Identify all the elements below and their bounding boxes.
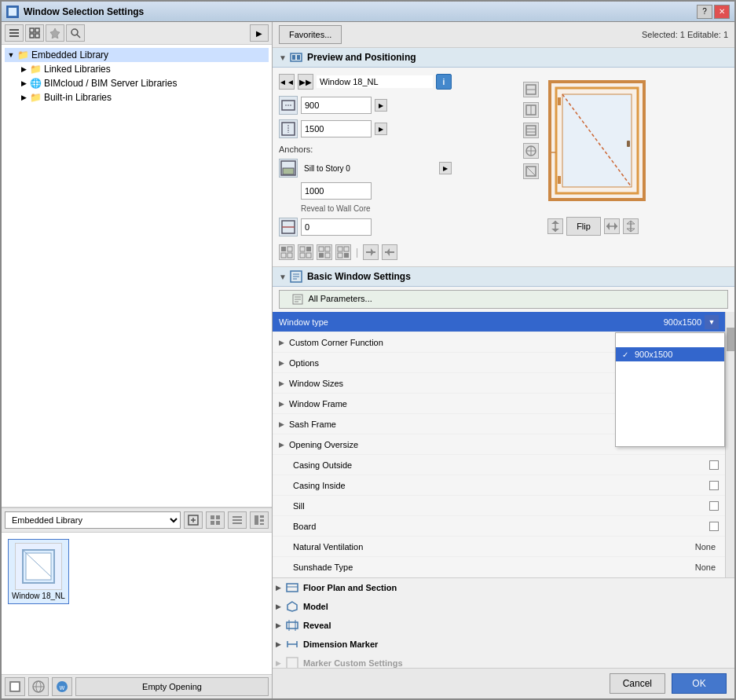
board-row[interactable]: Board [273,516,725,537]
dropdown-item-900x1800[interactable]: 900x1800 [616,361,724,376]
preview-item-label: Window 18_NL [12,592,65,600]
flip-vertical-icon[interactable] [547,218,563,234]
tree-item-builtin[interactable]: ▶ 📁 Built-in Libraries [17,90,269,104]
web-icon-button[interactable]: w [52,677,72,696]
preview-section-title: Preview and Positioning [307,52,416,63]
height-param-row: ▶ [279,119,452,138]
dropdown-item-900x1200[interactable]: 900x1200 [616,333,724,347]
height-input[interactable] [301,120,372,137]
sunshade-type-row[interactable]: Sunshade Type None [273,557,725,577]
small-view-button[interactable] [25,24,44,42]
list-view-button[interactable] [5,24,24,42]
close-button[interactable]: ✕ [714,5,730,19]
sill-label: Sill to Story 0 [301,164,436,173]
mirror-v-button[interactable] [623,218,639,234]
model-section-header[interactable]: ▶ Model [273,597,734,616]
sill-row[interactable]: Sill [273,496,725,516]
params-scrollbar[interactable] [725,312,734,577]
anchor-tl-button[interactable] [279,244,295,260]
dropdown-item-1200x1500[interactable]: 1200x1500 [616,390,724,404]
svg-rect-59 [338,247,342,251]
folder-icon: 📁 [30,92,42,103]
title-bar: Window Selection Settings ? ✕ [2,2,734,22]
mirror-h-button[interactable] [604,218,620,234]
library-config-button[interactable] [184,511,203,529]
svg-rect-38 [297,55,300,60]
casing-inside-checkbox[interactable] [709,481,719,490]
settings-icon-button[interactable] [5,677,25,696]
align-left-button[interactable] [363,244,379,260]
info-button[interactable]: i [436,74,452,90]
preview-section-header[interactable]: ▼ Preview and Positioning [273,48,734,68]
tree-item-linked-libraries[interactable]: ▶ 📁 Linked Libraries [17,62,269,76]
sill-input[interactable] [301,182,372,200]
svg-rect-56 [325,247,330,251]
reveal-param-row [279,218,452,236]
library-list-button[interactable] [228,511,247,529]
reveal-icon [279,218,298,236]
cancel-button[interactable]: Cancel [610,673,665,694]
marker-custom-section-header[interactable]: ▶ Marker Custom Settings [273,654,734,668]
anchors-label: Anchors: [279,145,452,154]
empty-opening-button[interactable]: Empty Opening [75,677,269,696]
library-dropdown[interactable]: Embedded Library Linked Libraries Built-… [5,511,181,529]
dimension-section-header[interactable]: ▶ Dimension Marker [273,635,734,654]
preview-content: ◄◄ ▶▶ Window 18_NL i [273,68,734,267]
floor-plan-section-header[interactable]: ▶ Floor Plan and Section [273,578,734,597]
side-icon-1[interactable] [523,82,539,97]
window-type-dropdown-button[interactable]: ▼ [705,315,719,329]
nav-prev-button[interactable]: ◄◄ [279,74,295,90]
title-bar-text: Window Selection Settings [24,6,697,17]
reveal-section-header[interactable]: ▶ Reveal [273,616,734,635]
nav-next-button[interactable]: ▶▶ [298,74,313,90]
side-icon-4[interactable] [523,143,539,159]
casing-outside-row[interactable]: Casing Outside [273,455,725,475]
flip-button[interactable]: Flip [566,217,601,236]
side-icon-3[interactable] [523,123,539,138]
dropdown-item-1500x1800[interactable]: 1500x1800 [616,432,724,446]
height-arrow-button[interactable]: ▶ [375,123,387,135]
width-arrow-button[interactable]: ▶ [375,99,387,112]
casing-inside-row[interactable]: Casing Inside [273,475,725,496]
svg-rect-20 [233,519,242,521]
natural-ventilation-row[interactable]: Natural Ventilation None [273,537,725,557]
width-input[interactable] [301,97,372,114]
svg-rect-104 [287,584,298,592]
expand-button[interactable]: ▶ [250,24,269,42]
side-icon-2[interactable] [523,102,539,118]
svg-rect-52 [306,247,311,251]
reveal-input[interactable] [301,218,372,236]
globe-icon-button[interactable] [28,677,49,696]
dropdown-item-1200x1200[interactable]: 1200x1200 [616,376,724,390]
library-detail-button[interactable] [250,511,269,529]
dropdown-item-900x1500[interactable]: ✓ 900x1500 [616,347,724,361]
sill-checkbox[interactable] [709,501,719,511]
dropdown-item-1200x1800[interactable]: 1200x1800 [616,404,724,418]
expand-arrow: ▶ [279,420,284,428]
tree-item-embedded-library[interactable]: ▼ 📁 Embedded Library [5,48,269,62]
reveal-label: Reveal to Wall Core [279,204,452,213]
svg-rect-107 [287,622,298,629]
section-collapse-arrow: ▼ [279,53,287,62]
sill-arrow-button[interactable]: ▶ [439,162,452,174]
side-icon-5[interactable] [523,163,539,179]
align-right-button[interactable] [382,244,397,260]
tree-item-bimcloud[interactable]: ▶ 🌐 BIMcloud / BIM Server Libraries [17,76,269,90]
preview-item-window18[interactable]: Window 18_NL [8,539,69,604]
casing-outside-checkbox[interactable] [709,460,719,470]
dropdown-item-1500x1500[interactable]: 1500x1500 [616,418,724,432]
board-checkbox[interactable] [709,522,719,531]
anchor-br-button[interactable] [335,244,351,260]
scroll-thumb[interactable] [727,328,734,351]
basic-settings-header[interactable]: ▼ Basic Window Settings [273,267,734,287]
library-grid-button[interactable] [206,511,225,529]
search-button[interactable] [66,24,85,42]
help-button[interactable]: ? [697,5,712,19]
ok-button[interactable]: OK [672,673,727,694]
anchor-tr-button[interactable] [298,244,313,260]
anchor-bl-button[interactable] [317,244,332,260]
window-type-row[interactable]: Window type 900x1500 ▼ 900x1200 [273,312,725,332]
pin-button[interactable] [46,24,64,42]
all-params-button[interactable]: All Parameters... [279,290,728,309]
favorites-button[interactable]: Favorites... [279,25,342,44]
